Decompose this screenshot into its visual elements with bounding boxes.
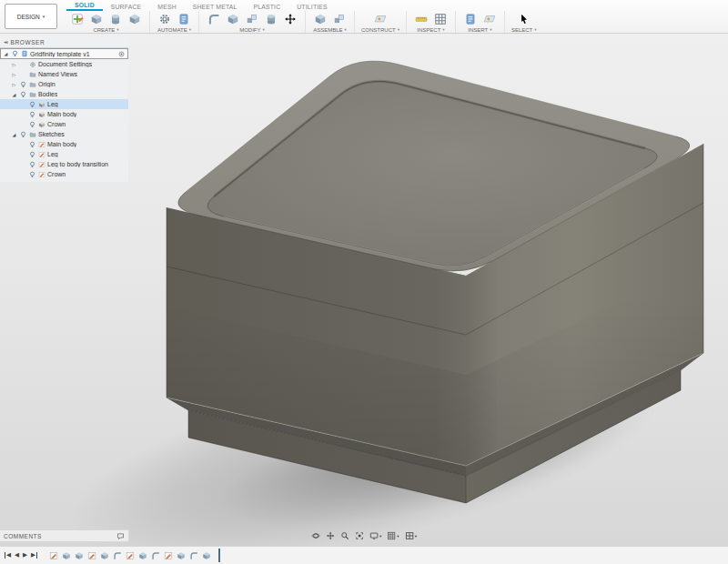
timeline-feature-sketch[interactable] (86, 549, 97, 562)
design-menu-button[interactable]: DESIGN ▾ (5, 4, 57, 29)
collapsed-arrow-icon[interactable]: ▷ (11, 72, 17, 77)
group-label-create[interactable]: CREATE▾ (93, 27, 118, 33)
browser-item-label: Main body (47, 141, 76, 147)
shell-icon[interactable] (225, 12, 241, 26)
visibility-bulb-icon[interactable] (19, 131, 27, 138)
group-label-modify[interactable]: MODIFY▾ (239, 27, 265, 33)
group-label-assemble[interactable]: ASSEMBLE▾ (313, 27, 347, 33)
grid-settings-button[interactable]: ▾ (387, 531, 399, 540)
fit-button[interactable] (355, 531, 364, 540)
timeline-bar (0, 546, 728, 564)
timeline-step-back-button[interactable] (15, 552, 19, 559)
extrude-icon[interactable] (88, 12, 105, 26)
browser-item-leg-to-body-transition[interactable]: Leg to body transition (0, 159, 128, 169)
tab-utilities[interactable]: UTILITIES (288, 4, 336, 11)
move-icon[interactable] (282, 12, 298, 26)
browser-item-document-settings[interactable]: ▷Document Settings (0, 59, 128, 69)
offset-icon[interactable] (263, 12, 279, 26)
tab-plastic[interactable]: PLASTIC (246, 4, 289, 11)
timeline-feature-sketch[interactable] (125, 549, 136, 562)
group-label-automate[interactable]: AUTOMATE▾ (157, 27, 191, 33)
browser-item-sketches[interactable]: ◢Sketches (0, 129, 128, 139)
comments-bar[interactable]: COMMENTS (0, 529, 129, 542)
viewports-button[interactable]: ▾ (405, 531, 417, 540)
visibility-bulb-icon[interactable] (28, 101, 36, 108)
measure-icon[interactable] (413, 12, 430, 26)
timeline-playhead[interactable] (218, 549, 220, 562)
insert-derive-icon[interactable] (462, 12, 479, 26)
browser-item-leg[interactable]: Leg (0, 99, 128, 109)
new-component-icon[interactable] (312, 12, 329, 26)
timeline-feature-extrude[interactable] (74, 549, 85, 562)
orbit-button[interactable] (311, 531, 320, 540)
timeline-feature-fillet[interactable] (188, 549, 199, 562)
group-label-construct[interactable]: CONSTRUCT▾ (361, 27, 399, 33)
expanded-arrow-icon[interactable]: ◢ (11, 132, 17, 137)
timeline-feature-sketch[interactable] (48, 549, 59, 562)
expanded-arrow-icon[interactable]: ◢ (11, 92, 17, 97)
configure-icon[interactable] (157, 12, 173, 26)
timeline-feature-sketch[interactable] (163, 549, 174, 562)
browser-item-crown[interactable]: Crown (0, 119, 128, 129)
select-icon[interactable] (516, 12, 532, 26)
visibility-bulb-icon[interactable] (28, 141, 36, 148)
browser-item-crown[interactable]: Crown (0, 169, 128, 179)
visibility-bulb-icon[interactable] (28, 121, 36, 128)
ribbon-group-assemble: ASSEMBLE▾ (305, 11, 354, 33)
visibility-bulb-icon[interactable] (28, 151, 36, 158)
press-pull-icon[interactable] (206, 12, 222, 26)
zoom-button[interactable] (340, 531, 349, 540)
group-label-inspect[interactable]: INSPECT▾ (417, 27, 444, 33)
browser-item-origin[interactable]: ▷Origin (0, 79, 128, 89)
visibility-bulb-icon[interactable] (28, 161, 36, 168)
timeline-feature-extrude[interactable] (201, 549, 212, 562)
insert-canvas-icon[interactable] (481, 12, 498, 26)
scripts-icon[interactable] (176, 12, 192, 26)
joint-icon[interactable] (331, 12, 348, 26)
collapse-panel-icon[interactable]: ◂◂ (4, 39, 7, 45)
comment-bubble-icon[interactable] (116, 532, 125, 540)
combine-icon[interactable] (244, 12, 260, 26)
timeline-feature-extrude[interactable] (61, 549, 72, 562)
browser-item-main-body[interactable]: Main body (0, 139, 128, 149)
timeline-skip-start-button[interactable] (5, 552, 11, 559)
collapsed-arrow-icon[interactable]: ▷ (11, 62, 17, 67)
display-settings-button[interactable]: ▾ (369, 531, 381, 540)
visibility-bulb-icon[interactable] (11, 50, 19, 57)
browser-header[interactable]: ◂◂ BROWSER (0, 36, 128, 48)
tab-sheet-metal[interactable]: SHEET METAL (185, 4, 246, 11)
pan-button[interactable] (326, 531, 335, 540)
expanded-arrow-icon[interactable]: ◢ (3, 51, 9, 56)
timeline-feature-extrude[interactable] (176, 549, 187, 562)
visibility-bulb-icon[interactable] (28, 111, 36, 118)
revolve-icon[interactable] (107, 12, 124, 26)
timeline-feature-extrude[interactable] (99, 549, 110, 562)
collapsed-arrow-icon[interactable]: ▷ (11, 82, 17, 87)
tab-mesh[interactable]: MESH (149, 4, 184, 11)
browser-item-named-views[interactable]: ▷Named Views (0, 69, 128, 79)
ribbon-groups: CREATE▾AUTOMATE▾MODIFY▾ASSEMBLE▾CONSTRUC… (63, 11, 728, 33)
activate-component-radio-icon[interactable] (118, 51, 125, 57)
browser-item-bodies[interactable]: ◢Bodies (0, 89, 128, 99)
browser-item-main-body[interactable]: Main body (0, 109, 128, 119)
body-icon (38, 121, 46, 128)
browser-item-gridfinity-template-v1[interactable]: ◢Gridfinity template v1 (0, 48, 128, 59)
timeline-feature-extrude[interactable] (137, 549, 148, 562)
group-label-select[interactable]: SELECT▾ (511, 27, 537, 33)
group-label-insert[interactable]: INSERT▾ (468, 27, 491, 33)
visibility-bulb-icon[interactable] (28, 171, 36, 178)
timeline-play-button[interactable] (23, 552, 27, 559)
visibility-bulb-icon[interactable] (19, 81, 27, 88)
browser-item-leg[interactable]: Leg (0, 149, 128, 159)
timeline-feature-fillet[interactable] (150, 549, 161, 562)
tab-solid[interactable]: SOLID (66, 2, 103, 11)
construction-plane-icon[interactable] (372, 12, 389, 26)
timeline-feature-fillet[interactable] (112, 549, 123, 562)
primitive-box-icon[interactable] (126, 12, 143, 26)
timeline-skip-end-button[interactable] (31, 552, 37, 559)
create-sketch-icon[interactable] (69, 12, 86, 26)
tab-surface[interactable]: SURFACE (103, 4, 150, 11)
chevron-down-icon: ▾ (397, 534, 399, 539)
section-analysis-icon[interactable] (432, 12, 449, 26)
visibility-bulb-icon[interactable] (19, 91, 27, 98)
